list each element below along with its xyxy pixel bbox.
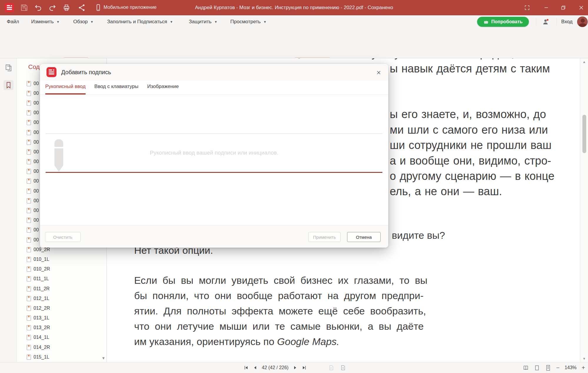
first-page-icon[interactable] <box>244 365 249 370</box>
previous-view-icon[interactable] <box>328 365 334 371</box>
bookmark-label: 00 <box>34 120 39 125</box>
page-indicator[interactable]: 42 (42 / 226) <box>262 365 289 370</box>
avatar[interactable] <box>577 16 588 27</box>
bookmark-item[interactable]: 011_2R <box>17 284 106 294</box>
vertical-scrollbar[interactable]: ▲ ▼ <box>580 58 588 362</box>
bookmark-page-icon <box>26 315 31 321</box>
bookmark-label: 00 <box>34 91 39 96</box>
bookmark-item[interactable]: 012_1L <box>17 294 106 303</box>
bookmark-item[interactable]: 012_2R <box>17 303 106 313</box>
undo-icon[interactable] <box>34 4 42 12</box>
menu-review[interactable]: Обзор▼ <box>73 15 94 28</box>
bookmark-item[interactable]: 013_2R <box>17 323 106 333</box>
bookmark-label: 00 <box>34 198 39 203</box>
zoom-level[interactable]: 143% <box>564 365 577 370</box>
cancel-button[interactable]: Отмена <box>347 232 381 242</box>
arrange-window-icon[interactable] <box>520 0 534 15</box>
zoom-in-button[interactable]: + <box>582 364 585 371</box>
bookmark-label: 011_2R <box>34 286 50 291</box>
pdf-text-line: Если бы вы могли увидеть свой бизнес их … <box>134 275 427 286</box>
thumbnails-panel-icon[interactable] <box>4 63 14 73</box>
clear-button[interactable]: Очистить <box>45 232 81 242</box>
feedback-person-icon[interactable] <box>542 18 549 26</box>
divider <box>536 18 536 26</box>
view-history <box>328 362 346 373</box>
bookmark-item[interactable]: 014_1L <box>17 333 106 342</box>
bookmark-page-icon <box>26 247 31 253</box>
zoom-out-button[interactable]: − <box>556 364 560 371</box>
signature-draw-area[interactable]: Рукописный ввод вашей подписи или инициа… <box>40 95 388 225</box>
scroll-down-icon[interactable]: ▼ <box>580 357 588 360</box>
window-title: Андрей Курпатов - Мозг и бизнес. Инструк… <box>195 5 393 11</box>
pdf-text-line: бы поняли, что они вообще работают на др… <box>134 290 424 301</box>
bookmarks-panel-icon[interactable] <box>4 80 14 90</box>
bookmark-item[interactable]: 010_2R <box>17 264 106 274</box>
app-logo-icon <box>5 3 14 12</box>
close-button[interactable] <box>574 0 588 15</box>
signature-baseline <box>46 172 382 173</box>
bookmark-label: 010_2R <box>34 266 50 272</box>
redo-icon[interactable] <box>48 4 56 12</box>
bookmark-label: 00 <box>34 178 39 184</box>
panel-scroll-down-icon[interactable]: ▼ <box>101 356 105 360</box>
bookmark-label: 00 <box>34 188 39 194</box>
apply-button[interactable]: Применить <box>308 232 341 242</box>
menu-view[interactable]: Просмотреть▼ <box>230 15 266 28</box>
minimize-button[interactable] <box>539 0 553 15</box>
bookmark-label: 00 <box>34 100 39 106</box>
bookmark-page-icon <box>26 276 31 282</box>
panel-strip <box>0 58 17 362</box>
scrollbar-thumb[interactable] <box>582 115 586 153</box>
pdf-text-line: ятии. Для полноты эффекта можете ещё себ… <box>134 305 426 317</box>
save-icon[interactable] <box>20 4 28 12</box>
menu-fill-sign[interactable]: Заполнить и Подписаться▼ <box>107 15 173 28</box>
mobile-app-label[interactable]: Мобильное приложение <box>104 5 156 10</box>
caret-down-icon: ▼ <box>90 20 94 24</box>
bookmark-label: 00 <box>34 169 39 174</box>
bookmark-page-icon <box>26 81 31 87</box>
menu-file[interactable]: Файл <box>7 15 19 28</box>
continuous-view-icon[interactable] <box>545 365 551 371</box>
dialog-footer: Очистить Применить Отмена <box>40 225 388 248</box>
menu-edit[interactable]: Изменить▼ <box>31 15 60 28</box>
bookmark-item[interactable]: 014_2R <box>17 342 106 352</box>
previous-page-icon[interactable] <box>253 365 258 370</box>
bookmark-label: 012_2R <box>34 306 50 311</box>
bookmark-label: 00 <box>34 227 39 233</box>
signin-link[interactable]: Вход <box>561 19 572 25</box>
two-page-view-icon[interactable] <box>523 365 529 371</box>
print-icon[interactable] <box>62 4 71 12</box>
next-page-icon[interactable] <box>292 365 298 370</box>
bookmark-item[interactable]: 015_1L <box>17 352 106 362</box>
menu-protect[interactable]: Защитить▼ <box>189 15 217 28</box>
next-view-icon[interactable] <box>340 365 346 371</box>
bookmark-page-icon <box>26 198 31 204</box>
tab-keyboard[interactable]: Ввод с клавиатуры <box>94 80 139 95</box>
bookmark-page-icon <box>26 139 31 145</box>
page-navigation: 42 (42 / 226) <box>244 362 307 373</box>
bookmark-label: 014_2R <box>34 345 50 350</box>
tab-handwritten[interactable]: Рукописный ввод <box>45 80 86 95</box>
dialog-title: Добавить подпись <box>61 69 111 76</box>
tab-image[interactable]: Изображение <box>147 80 179 95</box>
view-controls: − 143% + <box>523 362 585 373</box>
bookmark-page-icon <box>26 217 31 223</box>
bookmark-page-icon <box>26 208 31 213</box>
maximize-button[interactable] <box>557 0 570 15</box>
pdf-text-line: ыполнение, какого — по учёту чтилья и ва… <box>240 58 514 60</box>
last-page-icon[interactable] <box>302 365 307 370</box>
add-signature-dialog: Добавить подпись Рукописный ввод Ввод с … <box>40 64 388 248</box>
bookmark-label: 00 <box>34 140 39 145</box>
bookmark-item[interactable]: 011_1L <box>17 274 106 284</box>
pdf-text-line: а и вообще они, видимо, стро- <box>390 155 551 167</box>
scroll-up-icon[interactable]: ▲ <box>580 60 588 64</box>
share-icon[interactable] <box>78 4 86 12</box>
single-page-view-icon[interactable] <box>534 365 540 371</box>
close-icon[interactable] <box>375 69 382 76</box>
statusbar: 42 (42 / 226) − 143% + <box>0 362 588 373</box>
try-premium-button[interactable]: Попробовать <box>477 17 529 27</box>
bookmark-label: 009_2R <box>34 247 50 252</box>
mobile-phone-icon[interactable] <box>94 4 102 12</box>
bookmark-item[interactable]: 013_1L <box>17 313 106 323</box>
bookmark-item[interactable]: 010_1L <box>17 254 106 264</box>
